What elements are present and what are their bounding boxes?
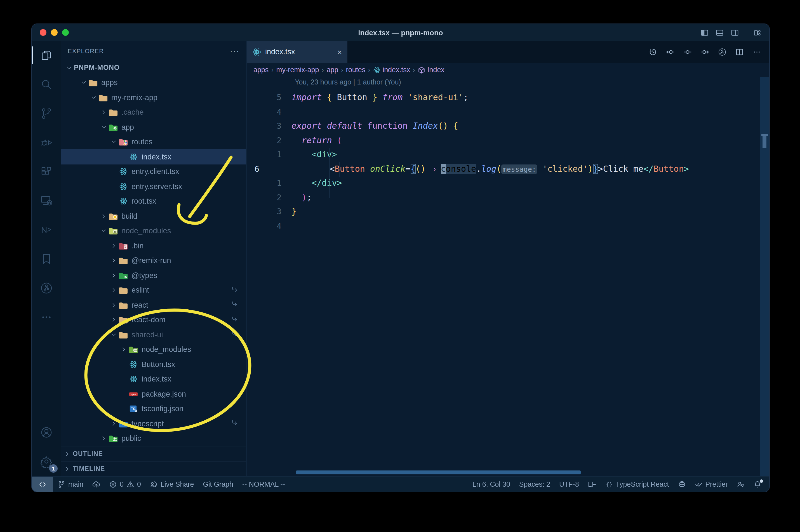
layout-panel-button[interactable] xyxy=(716,28,724,37)
code-line[interactable]: 3 } xyxy=(247,205,760,219)
status-language-mode[interactable]: {}TypeScript React xyxy=(601,477,673,492)
activitybar-nx-console[interactable] xyxy=(32,215,61,245)
tree-item-react-dom[interactable]: react-dom xyxy=(61,312,246,327)
status-encoding[interactable]: UTF-8 xyxy=(555,477,584,492)
tree-item-routes[interactable]: routes xyxy=(61,135,246,149)
tree-item-build[interactable]: build xyxy=(61,209,246,224)
tree-item-apps[interactable]: apps xyxy=(61,75,246,90)
change-button[interactable] xyxy=(683,47,692,56)
code-line[interactable]: 1 </div> xyxy=(247,176,760,190)
activitybar-account[interactable] xyxy=(32,418,61,447)
tree-item-entry-client-tsx[interactable]: entry.client.tsx xyxy=(61,164,246,179)
git-graph-circle-button[interactable] xyxy=(718,47,727,56)
tree-item-entry-server-tsx[interactable]: entry.server.tsx xyxy=(61,179,246,194)
activitybar-more[interactable] xyxy=(32,303,61,332)
code-line[interactable]: 4 xyxy=(247,219,760,233)
activitybar-source-control[interactable] xyxy=(32,99,61,128)
tree-item-eslint[interactable]: eslint xyxy=(61,283,246,298)
folder-bin-icon: 0110 xyxy=(119,242,128,250)
tree-item-types[interactable]: TS @types xyxy=(61,268,246,283)
code-line[interactable]: 2 return ( xyxy=(247,133,760,148)
tree-item-index-tsx[interactable]: index.tsx xyxy=(61,149,246,164)
tree-item-label: index.tsx xyxy=(141,153,171,161)
close-button[interactable] xyxy=(40,29,46,36)
history-button[interactable] xyxy=(648,47,658,56)
tree-item-cache[interactable]: .cache xyxy=(61,105,246,120)
tree-item-my-remix-app[interactable]: my-remix-app xyxy=(61,90,246,105)
explorer-more-button[interactable]: ··· xyxy=(230,46,240,55)
tree-item-root-tsx[interactable]: root.tsx xyxy=(61,194,246,209)
status-problems[interactable]: 00 xyxy=(104,477,146,492)
activitybar-remote-explorer[interactable] xyxy=(32,186,61,215)
breadcrumb-my-remix-app[interactable]: my-remix-app xyxy=(277,66,319,74)
next-change-button[interactable] xyxy=(700,47,709,56)
vertical-scrollbar[interactable] xyxy=(760,77,769,476)
layout-sidebar-right-button[interactable] xyxy=(731,28,739,37)
layout-sidebar-left-button[interactable] xyxy=(700,28,709,37)
horizontal-scrollbar[interactable] xyxy=(296,471,581,474)
tree-item-button-tsx[interactable]: Button.tsx xyxy=(61,357,246,372)
status-indentation[interactable]: Spaces: 2 xyxy=(515,477,555,492)
breadcrumb-routes[interactable]: routes xyxy=(346,66,366,74)
symlink-icon xyxy=(231,419,238,428)
status-sync[interactable] xyxy=(88,477,104,492)
activitybar-search[interactable] xyxy=(32,70,61,99)
code-line[interactable]: 3 export default function Index() { xyxy=(247,119,760,133)
line-number: 1 xyxy=(247,148,291,162)
tree-item-react[interactable]: react xyxy=(61,298,246,312)
code-line[interactable]: 2 ); xyxy=(247,190,760,205)
breadcrumb-index-tsx[interactable]: index.tsx xyxy=(373,66,411,74)
activitybar-explorer[interactable] xyxy=(32,41,61,70)
tree-root-pnpm-mono[interactable]: PNPM-MONO xyxy=(61,60,246,75)
tree-item-label: eslint xyxy=(132,286,149,294)
code-line[interactable]: 5 import { Button } from 'shared-ui'; xyxy=(247,91,760,105)
close-tab-icon[interactable]: × xyxy=(337,47,342,56)
activitybar-git-graph[interactable] xyxy=(32,273,61,303)
tree-item-index-tsx[interactable]: index.tsx xyxy=(61,372,246,386)
status-prettier[interactable]: Prettier xyxy=(690,477,732,492)
tab-index-tsx[interactable]: index.tsx × xyxy=(247,41,347,63)
tree-item-app[interactable]: app xyxy=(61,120,246,135)
status-git-graph[interactable]: Git Graph xyxy=(198,477,238,492)
tree-item-shared-ui[interactable]: shared-ui xyxy=(61,327,246,342)
activitybar-settings[interactable]: 1 xyxy=(32,447,61,476)
activitybar-bookmarks[interactable] xyxy=(32,245,61,273)
status-vim-mode[interactable]: -- NORMAL -- xyxy=(238,477,289,492)
status-live-share[interactable]: Live Share xyxy=(146,477,198,492)
status-cursor-position[interactable]: Ln 6, Col 30 xyxy=(468,477,515,492)
tree-item-node-modules[interactable]: JS node_modules xyxy=(61,224,246,238)
breadcrumb-separator: › xyxy=(271,66,273,73)
tree-item-package-json[interactable]: npm package.json xyxy=(61,386,246,401)
sidebar-section-timeline[interactable]: TIMELINE xyxy=(61,461,246,476)
status-copilot[interactable] xyxy=(673,477,690,492)
status-git-branch[interactable]: main xyxy=(53,477,88,492)
status-remote-indicator[interactable] xyxy=(32,477,53,492)
tree-item-remix-run[interactable]: @remix-run xyxy=(61,253,246,268)
breadcrumb-separator: › xyxy=(368,66,370,73)
activitybar-run-debug[interactable] xyxy=(32,128,61,157)
tree-item-node-modules[interactable]: JS node_modules xyxy=(61,342,246,357)
status-notifications[interactable] xyxy=(749,477,766,492)
error-circle-icon xyxy=(109,480,117,488)
breadcrumb-apps[interactable]: apps xyxy=(253,66,268,74)
activitybar-extensions[interactable] xyxy=(32,157,61,186)
code-line[interactable]: 4 xyxy=(247,105,760,119)
code-line[interactable]: 1 <div> xyxy=(247,148,760,162)
tree-item-bin[interactable]: 0110 .bin xyxy=(61,238,246,253)
zoom-button[interactable] xyxy=(62,29,69,36)
minimize-button[interactable] xyxy=(51,29,58,36)
status-eol[interactable]: LF xyxy=(584,477,601,492)
code-line[interactable]: 6 <Button onClick={() ⇒ console.log(mess… xyxy=(247,162,760,176)
tree-item-tsconfig-json[interactable]: TS tsconfig.json xyxy=(61,401,246,416)
tree-item-typescript[interactable]: TS typescript xyxy=(61,416,246,431)
tree-item-public[interactable]: public xyxy=(61,431,246,446)
breadcrumb-app[interactable]: app xyxy=(327,66,339,74)
status-feedback[interactable] xyxy=(732,477,749,492)
prev-change-button[interactable] xyxy=(666,47,675,56)
code-area[interactable]: You, 23 hours ago | 1 author (You) 5 imp… xyxy=(247,77,769,476)
breadcrumb-index[interactable]: Index xyxy=(418,66,444,74)
customize-layout-button[interactable] xyxy=(753,28,761,37)
ellipsis-button[interactable] xyxy=(753,47,761,56)
split-editor-button[interactable] xyxy=(735,47,744,56)
sidebar-section-outline[interactable]: OUTLINE xyxy=(61,446,246,461)
